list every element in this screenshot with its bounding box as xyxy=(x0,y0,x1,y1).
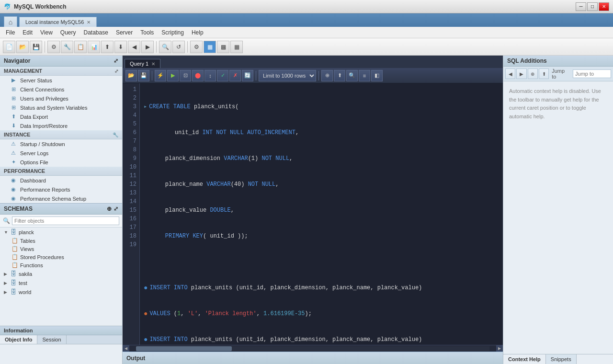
sql-additions-title: SQL Additions xyxy=(507,57,547,64)
instance-section-header[interactable]: INSTANCE 🔧 xyxy=(0,130,122,139)
search-query-button[interactable]: 🔍 xyxy=(346,70,358,81)
menu-tools[interactable]: Tools xyxy=(136,28,158,37)
new-file-button[interactable]: 📄 xyxy=(3,41,15,53)
context-help-tab[interactable]: Context Help xyxy=(503,354,546,364)
instance-tab[interactable]: Local instance MySQL56 ✕ xyxy=(19,17,97,27)
explain-button[interactable]: ⊡ xyxy=(180,70,191,81)
menu-server[interactable]: Server xyxy=(112,28,136,37)
scroll-track[interactable] xyxy=(136,346,489,351)
horizontal-scrollbar[interactable]: ◀ ▶ xyxy=(123,345,503,352)
nav-data-export[interactable]: ⬆ Data Export xyxy=(0,112,122,121)
functions-label: Functions xyxy=(20,262,43,268)
query-btn-extra-2[interactable]: ⬆ xyxy=(334,70,345,81)
management-section-header[interactable]: MANAGEMENT ⤢ xyxy=(0,67,122,76)
menu-scripting[interactable]: Scripting xyxy=(158,28,188,37)
menu-database[interactable]: Database xyxy=(80,28,112,37)
home-tab[interactable]: ⌂ xyxy=(4,16,17,27)
nav-client-connections[interactable]: ⊞ Client Connections xyxy=(0,85,122,94)
execute-selection-button[interactable]: ▶ xyxy=(167,70,179,81)
toolbar-sep-1 xyxy=(45,41,45,53)
tb-btn-6[interactable]: ⬇ xyxy=(114,41,127,53)
view-toggle-1[interactable]: ▦ xyxy=(204,41,216,53)
query-tab-close[interactable]: ✕ xyxy=(151,61,155,67)
nav-dashboard[interactable]: ◉ Dashboard xyxy=(0,176,122,185)
schema-planck-tables[interactable]: 📋 Tables xyxy=(0,237,122,245)
nav-server-logs[interactable]: ⚠ Server Logs xyxy=(0,148,122,158)
minimize-button[interactable]: ─ xyxy=(576,2,586,11)
view-toggle-3[interactable]: ▦ xyxy=(230,41,243,53)
nav-data-import[interactable]: ⬇ Data Import/Restore xyxy=(0,121,122,130)
sql-action-1[interactable]: ⊕ xyxy=(528,68,538,79)
nav-status-variables[interactable]: ⊞ Status and System Variables xyxy=(0,103,122,112)
settings-icon-button[interactable]: ⚙ xyxy=(190,41,203,53)
execute-button[interactable]: ⚡ xyxy=(155,70,166,81)
jump-to-input[interactable] xyxy=(573,69,611,78)
add-schema-icon[interactable]: ⊕ xyxy=(107,205,112,212)
view-toggle-2[interactable]: ▩ xyxy=(217,41,229,53)
menu-view[interactable]: View xyxy=(36,28,57,37)
tb-btn-4[interactable]: 📊 xyxy=(88,41,100,53)
nav-startup-shutdown[interactable]: ⚠ Startup / Shutdown xyxy=(0,139,122,148)
stop-button[interactable]: ⬤ xyxy=(192,70,204,81)
instance-tab-close[interactable]: ✕ xyxy=(87,20,91,25)
refresh-button[interactable]: ↺ xyxy=(172,41,185,53)
tb-btn-2[interactable]: 🔧 xyxy=(61,41,73,53)
code-line-1: ▸ CREATE TABLE planck_units( xyxy=(144,102,499,111)
nav-options-file[interactable]: ✦ Options File xyxy=(0,158,122,167)
code-editor[interactable]: 1 2 3 4 5 6 7 8 9 10 11 12 13 14 15 16 1… xyxy=(123,83,503,345)
tb-btn-1[interactable]: ⚙ xyxy=(47,41,60,53)
sql-action-2[interactable]: ⬆ xyxy=(539,68,549,79)
info-tab-object[interactable]: Object Info xyxy=(0,335,37,344)
rollback-button[interactable]: ✗ xyxy=(229,70,241,81)
nav-server-status[interactable]: ▶ Server Status xyxy=(0,76,122,85)
nav-performance-schema[interactable]: ◉ Performance Schema Setup xyxy=(0,194,122,203)
limit-select[interactable]: Limit to 1000 rows xyxy=(259,70,316,81)
query-btn-extra-1[interactable]: ⊕ xyxy=(321,70,333,81)
save-query-button[interactable]: 💾 xyxy=(138,70,149,81)
schema-sakila[interactable]: ▶ 🗄 sakila xyxy=(0,269,122,278)
query-btn-extra-3[interactable]: ≡ xyxy=(359,70,370,81)
schema-planck-views[interactable]: 📋 Views xyxy=(0,245,122,253)
code-content[interactable]: ▸ CREATE TABLE planck_units( unit_id INT… xyxy=(140,83,503,345)
save-file-button[interactable]: 💾 xyxy=(30,41,42,53)
tb-btn-3[interactable]: 📋 xyxy=(74,41,87,53)
refresh-schemas-icon[interactable]: ⤢ xyxy=(114,205,118,212)
sql-back-button[interactable]: ◀ xyxy=(505,68,515,79)
scroll-thumb[interactable] xyxy=(136,346,232,351)
schema-planck-functions[interactable]: 📋 Functions xyxy=(0,261,122,269)
filter-input[interactable] xyxy=(12,216,119,225)
schema-test[interactable]: ▶ 🗄 test xyxy=(0,278,122,287)
menu-help[interactable]: Help xyxy=(188,28,207,37)
schema-world[interactable]: ▶ 🗄 world xyxy=(0,287,122,296)
menu-edit[interactable]: Edit xyxy=(19,28,36,37)
info-tab-session[interactable]: Session xyxy=(37,335,66,344)
scroll-left-arrow[interactable]: ◀ xyxy=(123,345,129,352)
auto-commit-button[interactable]: 🔄 xyxy=(242,70,253,81)
menu-query[interactable]: Query xyxy=(57,28,80,37)
open-query-button[interactable]: 📂 xyxy=(125,70,137,81)
commit-button[interactable]: ✓ xyxy=(217,70,228,81)
sql-forward-button[interactable]: ▶ xyxy=(516,68,526,79)
scroll-right-arrow[interactable]: ▶ xyxy=(496,345,503,352)
toggle-results-button[interactable]: ↕ xyxy=(204,70,216,81)
navigator-expand-icon[interactable]: ⤢ xyxy=(114,57,118,64)
tb-btn-5[interactable]: ⬆ xyxy=(101,41,114,53)
maximize-button[interactable]: □ xyxy=(587,2,598,11)
toolbar-sep-3 xyxy=(187,41,188,53)
nav-performance-reports[interactable]: ◉ Performance Reports xyxy=(0,185,122,194)
tb-btn-7[interactable]: ◀ xyxy=(128,41,140,53)
search-button[interactable]: 🔍 xyxy=(159,41,171,53)
close-button[interactable]: ✕ xyxy=(599,2,609,11)
snippets-tab[interactable]: Snippets xyxy=(546,354,577,364)
schema-planck[interactable]: ▼ 🗄 planck xyxy=(0,228,122,237)
menu-file[interactable]: File xyxy=(2,28,19,37)
open-file-button[interactable]: 📂 xyxy=(16,41,29,53)
query-tab-1[interactable]: Query 1 ✕ xyxy=(125,59,160,68)
performance-section-header[interactable]: PERFORMANCE xyxy=(0,167,122,176)
nav-data-import-label: Data Import/Restore xyxy=(20,123,68,129)
tb-btn-8[interactable]: ▶ xyxy=(141,41,154,53)
schema-planck-stored-procedures[interactable]: 📋 Stored Procedures xyxy=(0,253,122,261)
nav-users-privileges[interactable]: ⊞ Users and Privileges xyxy=(0,94,122,103)
query-btn-extra-4[interactable]: ◧ xyxy=(371,70,383,81)
qt-sep-1 xyxy=(152,71,152,80)
